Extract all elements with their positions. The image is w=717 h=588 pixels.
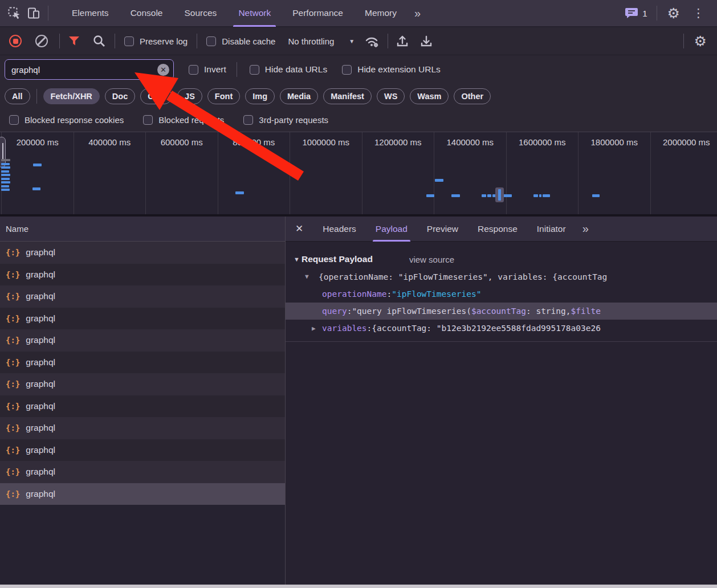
invert-checkbox[interactable] [189, 65, 198, 75]
import-har-icon[interactable] [393, 31, 412, 51]
option-blocked-requests: Blocked requests [143, 115, 226, 125]
request-row[interactable]: {:}graphql [0, 417, 285, 439]
network-settings-gear-icon[interactable]: ⚙ [689, 34, 712, 48]
payload-value-segment: : string, [526, 307, 571, 316]
clear-network-log-button[interactable] [35, 35, 48, 47]
collapse-icon[interactable]: ▼ [305, 273, 319, 280]
more-tabs-icon[interactable]: » [408, 7, 426, 20]
section-collapse-icon[interactable]: ▼ [294, 256, 302, 263]
request-row[interactable]: {:}graphql [0, 242, 285, 264]
timeline-tick: 800000 ms [218, 132, 290, 214]
clear-filter-icon[interactable]: ✕ [157, 64, 169, 76]
type-filter-font[interactable]: Font [207, 88, 240, 104]
settings-gear-icon[interactable]: ⚙ [662, 6, 686, 21]
fetch-xhr-icon: {:} [6, 489, 20, 499]
type-filter-manifest[interactable]: Manifest [323, 88, 372, 104]
details-tab-preview[interactable]: Preview [417, 217, 468, 242]
timeline-tick: 1200000 ms [362, 132, 434, 214]
request-name: graphql [26, 445, 55, 455]
network-overview-timeline[interactable]: 200000 ms400000 ms600000 ms800000 ms1000… [0, 132, 717, 217]
payload-line-variables[interactable]: ▶variables: {accountTag: "b12e3b2192ee55… [286, 320, 717, 337]
type-filter-img[interactable]: Img [245, 88, 275, 104]
request-payload-title: Request Payload [302, 254, 373, 264]
hide-extension-urls-checkbox[interactable] [342, 65, 352, 75]
inspect-element-icon[interactable] [5, 3, 24, 23]
blocked-response-cookies-checkbox[interactable] [9, 115, 19, 125]
request-row[interactable]: {:}graphql [0, 352, 285, 374]
request-row[interactable]: {:}graphql [0, 439, 285, 462]
expand-icon[interactable]: ▶ [312, 325, 322, 332]
type-filter-ws[interactable]: WS [377, 88, 405, 104]
timeline-bar [451, 194, 460, 197]
request-row[interactable]: {:}graphql [0, 264, 285, 286]
payload-root-summary[interactable]: ▼ {operationName: "ipFlowTimeseries", va… [286, 268, 717, 285]
type-filter-all[interactable]: All [5, 88, 30, 104]
main-tabs: ElementsConsoleSourcesNetworkPerformance… [61, 0, 408, 27]
type-filter-doc[interactable]: Doc [105, 88, 135, 104]
3rd-party-requests-checkbox[interactable] [243, 115, 253, 125]
tab-elements[interactable]: Elements [61, 0, 120, 27]
blocked-requests-checkbox[interactable] [143, 115, 153, 125]
timeline-tick: 1000000 ms [290, 132, 362, 214]
payload-line-query[interactable]: query: "query ipFlowTimeseries($accountT… [286, 303, 717, 320]
request-name: graphql [26, 423, 55, 433]
filter-input-value: graphql [11, 65, 157, 75]
details-tab-initiator[interactable]: Initiator [527, 217, 576, 242]
timeline-bar [487, 194, 491, 197]
details-tab-payload[interactable]: Payload [366, 217, 417, 242]
details-tab-response[interactable]: Response [468, 217, 527, 242]
type-filter-media[interactable]: Media [280, 88, 318, 104]
tab-network[interactable]: Network [227, 0, 282, 27]
request-row[interactable]: {:}graphql [0, 308, 285, 330]
timeline-tick: 2000000 ms [650, 132, 717, 214]
disable-cache-checkbox[interactable] [206, 36, 216, 46]
tab-sources[interactable]: Sources [174, 0, 228, 27]
request-row[interactable]: {:}graphql [0, 461, 285, 483]
type-filter-js[interactable]: JS [177, 88, 202, 104]
record-network-log-button[interactable] [9, 35, 22, 47]
view-source-link[interactable]: view source [409, 255, 454, 264]
type-filter-wasm[interactable]: Wasm [410, 88, 449, 104]
type-filter-other[interactable]: Other [454, 88, 491, 104]
issues-count: 1 [642, 9, 647, 18]
export-har-icon[interactable] [417, 31, 436, 51]
request-row[interactable]: {:}graphql [0, 395, 285, 418]
payload-view: ▼ Request Payload view source ▼ {operati… [286, 242, 717, 342]
payload-line-operationname[interactable]: operationName: "ipFlowTimeseries" [286, 285, 717, 303]
network-conditions-icon[interactable] [362, 31, 382, 51]
type-filter-fetch-xhr[interactable]: Fetch/XHR [43, 88, 100, 104]
name-column-header[interactable]: Name [0, 217, 285, 242]
tab-performance[interactable]: Performance [282, 0, 354, 27]
fetch-xhr-icon: {:} [6, 248, 20, 257]
timeline-tick: 200000 ms [1, 132, 74, 214]
type-filter-css[interactable]: CSS [140, 88, 172, 104]
throttling-select[interactable]: No throttling ▼ [288, 36, 355, 46]
tab-memory[interactable]: Memory [354, 0, 408, 27]
request-row[interactable]: {:}graphql [0, 329, 285, 352]
request-row[interactable]: {:}graphql [0, 483, 285, 505]
details-tab-headers[interactable]: Headers [313, 217, 366, 242]
request-row[interactable]: {:}graphql [0, 373, 285, 395]
kebab-menu-icon[interactable]: ⋮ [686, 6, 711, 20]
divider [683, 34, 684, 48]
request-name: graphql [26, 335, 55, 345]
timeline-bar [592, 194, 600, 197]
filter-input[interactable]: graphql ✕ [5, 59, 174, 80]
request-row[interactable]: {:}graphql [0, 285, 285, 308]
device-toolbar-icon[interactable] [24, 3, 43, 23]
timeline-bar [543, 194, 550, 197]
timeline-bar [33, 164, 42, 166]
divider [59, 34, 60, 48]
search-icon[interactable] [89, 31, 109, 51]
request-payload-section[interactable]: ▼ Request Payload view source [286, 251, 717, 268]
details-more-tabs-icon[interactable]: » [576, 222, 594, 235]
hide-data-urls-checkbox[interactable] [250, 65, 259, 75]
close-details-icon[interactable]: ✕ [286, 223, 313, 235]
payload-key: query [322, 307, 347, 316]
fetch-xhr-icon: {:} [6, 379, 20, 389]
chevron-down-icon: ▼ [349, 38, 355, 44]
filter-funnel-icon[interactable] [64, 31, 84, 51]
preserve-log-checkbox[interactable] [124, 36, 134, 46]
tab-console[interactable]: Console [120, 0, 174, 27]
issues-button[interactable]: 1 [620, 7, 651, 19]
